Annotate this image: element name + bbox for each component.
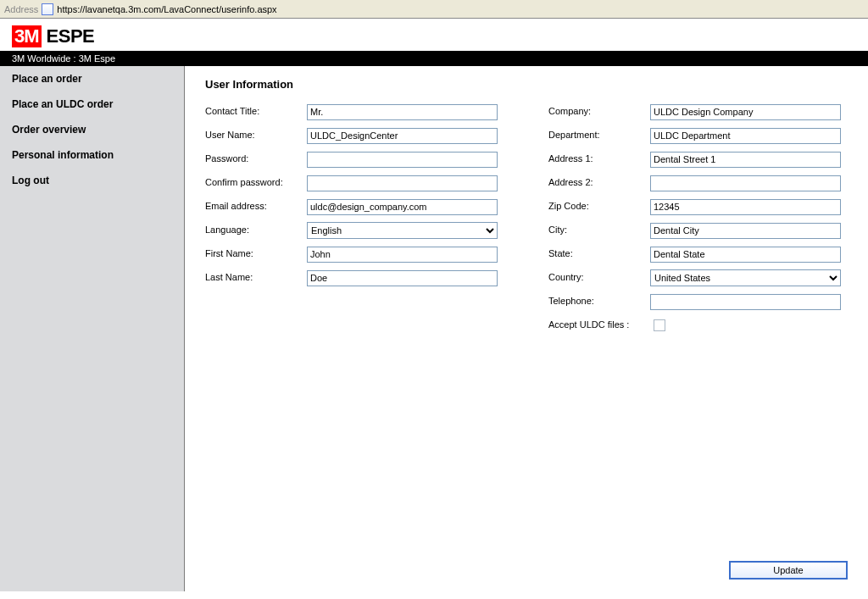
form-column-right: Company: Department: Address 1: Address …: [548, 103, 841, 340]
form-column-left: Contact Title: User Name: Password: Conf…: [205, 103, 498, 340]
label-company: Company:: [548, 106, 650, 117]
main-content: User Information Contact Title: User Nam…: [185, 66, 868, 591]
logo-espe: ESPE: [47, 25, 95, 47]
sidebar-item-order-overview[interactable]: Order overview: [0, 117, 184, 142]
input-state[interactable]: [650, 247, 841, 263]
label-address1: Address 1:: [548, 153, 650, 164]
label-confirm-password: Confirm password:: [205, 177, 307, 188]
label-user-name: User Name:: [205, 130, 307, 141]
sidebar: Place an order Place an ULDC order Order…: [0, 66, 185, 591]
label-last-name: Last Name:: [205, 272, 307, 283]
input-confirm-password[interactable]: [307, 175, 498, 191]
input-city[interactable]: [650, 223, 841, 239]
input-password[interactable]: [307, 152, 498, 168]
select-language[interactable]: English: [307, 222, 498, 239]
input-email[interactable]: [307, 199, 498, 215]
input-first-name[interactable]: [307, 247, 498, 263]
input-company[interactable]: [650, 104, 841, 120]
page-title: User Information: [205, 78, 848, 91]
label-city: City:: [548, 225, 650, 236]
input-zip[interactable]: [650, 199, 841, 215]
label-telephone: Telephone:: [548, 296, 650, 307]
logo: 3M ESPE: [12, 25, 94, 47]
label-contact-title: Contact Title:: [205, 106, 307, 117]
label-accept-uldc: Accept ULDC files :: [548, 319, 650, 330]
sidebar-item-log-out[interactable]: Log out: [0, 168, 184, 193]
sidebar-item-place-uldc-order[interactable]: Place an ULDC order: [0, 92, 184, 117]
logo-3m: 3M: [12, 25, 42, 47]
address-url[interactable]: https://lavanetqa.3m.com/LavaConnect/use…: [57, 4, 276, 14]
label-email: Email address:: [205, 201, 307, 212]
label-address2: Address 2:: [548, 177, 650, 188]
checkbox-accept-uldc[interactable]: [654, 319, 665, 331]
input-user-name[interactable]: [307, 128, 498, 144]
sidebar-item-personal-information[interactable]: Personal information: [0, 142, 184, 168]
update-button[interactable]: Update: [729, 561, 848, 580]
header: 3M ESPE: [0, 19, 868, 51]
label-department: Department:: [548, 130, 650, 141]
input-contact-title[interactable]: [307, 104, 498, 120]
worldwide-bar: 3M Worldwide : 3M Espe: [0, 51, 868, 66]
select-country[interactable]: United States: [650, 269, 841, 286]
page-icon: [42, 3, 53, 15]
form-columns: Contact Title: User Name: Password: Conf…: [205, 103, 848, 340]
input-telephone[interactable]: [650, 294, 841, 310]
sidebar-item-place-order[interactable]: Place an order: [0, 66, 184, 92]
label-country: Country:: [548, 272, 650, 283]
address-label: Address: [4, 4, 38, 14]
browser-address-bar: Address https://lavanetqa.3m.com/LavaCon…: [0, 0, 868, 19]
label-password: Password:: [205, 153, 307, 164]
input-address1[interactable]: [650, 152, 841, 168]
input-address2[interactable]: [650, 175, 841, 191]
input-last-name[interactable]: [307, 270, 498, 286]
label-language: Language:: [205, 225, 307, 236]
label-state: State:: [548, 248, 650, 259]
label-first-name: First Name:: [205, 248, 307, 259]
input-department[interactable]: [650, 128, 841, 144]
label-zip: Zip Code:: [548, 201, 650, 212]
body-area: Place an order Place an ULDC order Order…: [0, 66, 868, 591]
